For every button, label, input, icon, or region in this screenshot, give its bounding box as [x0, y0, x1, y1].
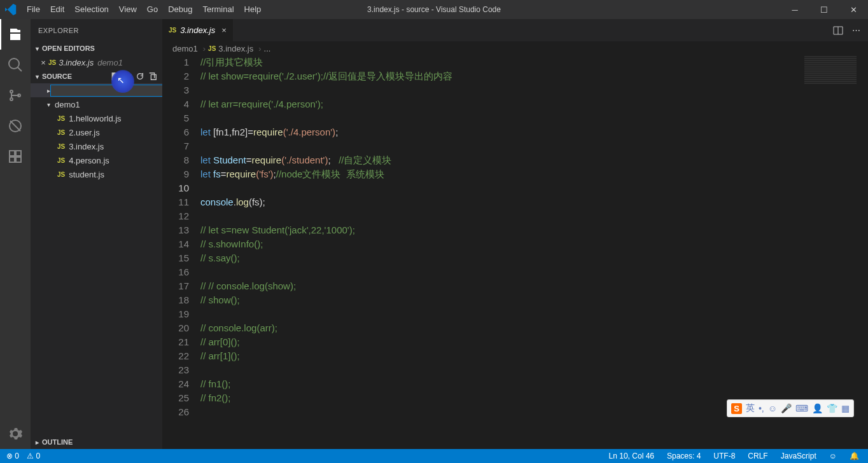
line-gutter: 1234567891011121314151617181920212223242…	[162, 55, 200, 449]
file-name: 1.helloworld.js	[69, 114, 121, 123]
file-name: 2.user.js	[69, 128, 99, 137]
breadcrumb-file[interactable]: 3.index.js	[218, 44, 253, 53]
window-controls: ─ ☐ ✕	[780, 0, 868, 19]
vscode-logo-icon	[0, 4, 22, 15]
activity-debug-icon[interactable]	[0, 111, 31, 141]
editor: JS 3.index.js × ⋯ demo1 › JS 3.index.js …	[162, 19, 868, 449]
activity-extensions-icon[interactable]	[0, 141, 31, 172]
close-icon[interactable]: ×	[38, 58, 48, 67]
refresh-icon[interactable]	[134, 71, 146, 82]
outline-label: Outline	[42, 438, 73, 446]
activity-search-icon[interactable]	[0, 50, 31, 80]
status-encoding[interactable]: UTF-8	[711, 452, 738, 460]
menu-debug[interactable]: Debug	[163, 0, 197, 19]
tab-actions: ⋯	[831, 19, 868, 41]
js-icon: JS	[57, 129, 65, 136]
folder-demo1[interactable]: ▾ demo1	[31, 97, 162, 111]
file-name: student.js	[69, 170, 104, 179]
chevron-right-icon: ›	[258, 44, 261, 53]
activity-settings-icon[interactable]	[0, 418, 31, 449]
menu-selection[interactable]: Selection	[69, 0, 113, 19]
file-row[interactable]: JSstudent.js	[31, 167, 162, 181]
ime-skin-icon[interactable]: 👕	[827, 403, 837, 413]
tab-label: 3.index.js	[180, 25, 215, 35]
js-icon: JS	[208, 45, 216, 52]
js-icon: JS	[57, 143, 65, 150]
breadcrumb-symbol[interactable]: ...	[264, 44, 271, 53]
menu-terminal[interactable]: Terminal	[197, 0, 239, 19]
tab-bar: JS 3.index.js × ⋯	[162, 19, 868, 41]
ime-emoji-icon[interactable]: ☺	[768, 403, 777, 413]
collapse-all-icon[interactable]	[147, 71, 158, 82]
minimize-button[interactable]: ─	[780, 0, 809, 19]
minimap[interactable]	[802, 55, 859, 449]
sidebar: Explorer ▾ Open Editors × JS 3.index.js …	[31, 19, 162, 449]
status-bell-icon[interactable]: 🔔	[847, 452, 862, 460]
file-name: 3.index.js	[69, 142, 104, 151]
menu-view[interactable]: View	[114, 0, 142, 19]
menu-help[interactable]: Help	[239, 0, 267, 19]
ime-lang[interactable]: 英	[746, 403, 755, 414]
activity-bar	[0, 19, 31, 449]
status-feedback-icon[interactable]: ☺	[827, 452, 839, 460]
status-ln-col[interactable]: Ln 10, Col 46	[606, 452, 657, 460]
open-editor-filename: 3.index.js	[59, 58, 94, 67]
js-icon: JS	[57, 171, 65, 178]
ime-logo-icon: S	[731, 403, 742, 414]
file-tree: ▸ ▾ demo1 JS1.helloworld.js JS2.user.js …	[31, 83, 162, 435]
ime-keyboard-icon[interactable]: ⌨	[795, 403, 808, 413]
status-language[interactable]: JavaScript	[778, 452, 819, 460]
js-icon: JS	[48, 59, 56, 66]
chevron-down-icon: ▾	[32, 73, 42, 80]
menu-edit[interactable]: Edit	[45, 0, 69, 19]
new-folder-input[interactable]	[50, 85, 162, 97]
ime-voice-icon[interactable]: 🎤	[781, 403, 792, 413]
file-row[interactable]: JS4.person.js	[31, 153, 162, 167]
js-icon: JS	[57, 157, 65, 164]
close-button[interactable]: ✕	[839, 0, 868, 19]
tab-3indexjs[interactable]: JS 3.index.js ×	[162, 19, 234, 41]
open-editors-header[interactable]: ▾ Open Editors	[31, 41, 162, 55]
open-editors-label: Open Editors	[42, 45, 95, 52]
more-icon[interactable]: ⋯	[849, 24, 863, 38]
ime-user-icon[interactable]: 👤	[812, 403, 823, 413]
activity-explorer-icon[interactable]	[0, 19, 31, 50]
source-label: Source	[42, 73, 72, 80]
menu-file[interactable]: File	[22, 0, 45, 19]
new-folder-input-row[interactable]: ▸	[31, 83, 162, 97]
ime-toolbox-icon[interactable]: ▦	[841, 403, 850, 413]
title-bar: File Edit Selection View Go Debug Termin…	[0, 0, 868, 19]
ime-punct-icon[interactable]: •,	[759, 403, 764, 413]
menu-go[interactable]: Go	[142, 0, 163, 19]
js-icon: JS	[57, 115, 65, 122]
file-row[interactable]: JS1.helloworld.js	[31, 111, 162, 125]
source-header[interactable]: ▾ Source	[31, 69, 162, 83]
file-row[interactable]: JS2.user.js	[31, 125, 162, 139]
code-content[interactable]: //引用其它模块// let show=require('./2.user');…	[200, 55, 868, 449]
file-name: 4.person.js	[69, 156, 109, 165]
new-folder-icon[interactable]	[122, 71, 133, 82]
js-icon: JS	[169, 27, 176, 34]
code-area[interactable]: 1234567891011121314151617181920212223242…	[162, 55, 868, 449]
activity-scm-icon[interactable]	[0, 80, 31, 111]
open-editor-item[interactable]: × JS 3.index.js demo1	[31, 55, 162, 69]
outline-header[interactable]: ▸ Outline	[31, 435, 162, 449]
ime-toolbar[interactable]: S 英 •, ☺ 🎤 ⌨ 👤 👕 ▦	[727, 399, 854, 417]
new-file-icon[interactable]	[109, 71, 120, 82]
file-row[interactable]: JS3.index.js	[31, 139, 162, 153]
breadcrumb-folder[interactable]: demo1	[172, 44, 198, 53]
status-spaces[interactable]: Spaces: 4	[664, 452, 703, 460]
open-editor-path: demo1	[97, 58, 123, 67]
status-errors[interactable]: ⊗ 0	[4, 452, 22, 460]
chevron-down-icon: ▾	[47, 101, 55, 108]
sidebar-title: Explorer	[31, 19, 162, 41]
split-editor-icon[interactable]	[831, 24, 845, 38]
maximize-button[interactable]: ☐	[809, 0, 839, 19]
breadcrumb[interactable]: demo1 › JS 3.index.js › ...	[162, 41, 868, 55]
chevron-down-icon: ▾	[32, 45, 42, 52]
window-title: 3.index.js - source - Visual Studio Code	[367, 5, 501, 14]
close-icon[interactable]: ×	[221, 25, 227, 35]
status-warnings[interactable]: ⚠ 0	[24, 452, 43, 460]
status-eol[interactable]: CRLF	[745, 452, 770, 460]
chevron-right-icon: ▸	[32, 439, 42, 446]
